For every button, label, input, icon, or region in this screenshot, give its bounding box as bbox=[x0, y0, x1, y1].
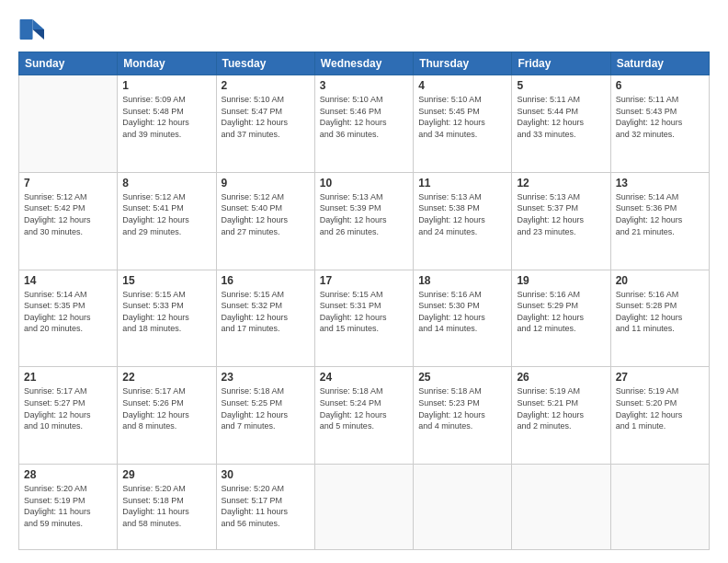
day-info: Sunrise: 5:10 AM Sunset: 5:45 PM Dayligh… bbox=[418, 94, 506, 140]
day-cell bbox=[610, 465, 709, 550]
day-number: 8 bbox=[122, 177, 210, 190]
day-info: Sunrise: 5:18 AM Sunset: 5:24 PM Dayligh… bbox=[320, 385, 408, 431]
header bbox=[18, 17, 710, 42]
day-number: 5 bbox=[517, 79, 605, 92]
day-cell: 3Sunrise: 5:10 AM Sunset: 5:46 PM Daylig… bbox=[314, 75, 413, 173]
day-cell: 19Sunrise: 5:16 AM Sunset: 5:29 PM Dayli… bbox=[512, 270, 610, 367]
header-saturday: Saturday bbox=[610, 52, 709, 75]
day-info: Sunrise: 5:13 AM Sunset: 5:37 PM Dayligh… bbox=[517, 191, 605, 237]
week-row-4: 28Sunrise: 5:20 AM Sunset: 5:19 PM Dayli… bbox=[19, 465, 710, 550]
svg-marker-1 bbox=[33, 29, 44, 40]
day-info: Sunrise: 5:12 AM Sunset: 5:42 PM Dayligh… bbox=[24, 191, 112, 237]
day-number: 15 bbox=[122, 274, 210, 287]
day-number: 14 bbox=[24, 274, 112, 287]
day-cell: 7Sunrise: 5:12 AM Sunset: 5:42 PM Daylig… bbox=[19, 172, 118, 270]
calendar: SundayMondayTuesdayWednesdayThursdayFrid… bbox=[18, 52, 710, 550]
day-number: 12 bbox=[517, 177, 605, 190]
svg-marker-0 bbox=[33, 19, 44, 29]
day-cell: 17Sunrise: 5:15 AM Sunset: 5:31 PM Dayli… bbox=[314, 270, 413, 367]
day-cell: 16Sunrise: 5:15 AM Sunset: 5:32 PM Dayli… bbox=[216, 270, 314, 367]
day-info: Sunrise: 5:10 AM Sunset: 5:46 PM Dayligh… bbox=[320, 94, 408, 140]
day-number: 17 bbox=[320, 274, 408, 287]
day-cell: 21Sunrise: 5:17 AM Sunset: 5:27 PM Dayli… bbox=[19, 367, 118, 465]
day-number: 3 bbox=[320, 79, 408, 92]
day-cell: 1Sunrise: 5:09 AM Sunset: 5:48 PM Daylig… bbox=[118, 75, 216, 173]
day-number: 25 bbox=[418, 371, 506, 384]
day-info: Sunrise: 5:11 AM Sunset: 5:43 PM Dayligh… bbox=[616, 94, 704, 140]
day-number: 11 bbox=[418, 177, 506, 190]
day-cell: 27Sunrise: 5:19 AM Sunset: 5:20 PM Dayli… bbox=[610, 367, 709, 465]
day-info: Sunrise: 5:19 AM Sunset: 5:21 PM Dayligh… bbox=[517, 385, 605, 431]
logo bbox=[18, 17, 48, 42]
header-monday: Monday bbox=[118, 52, 216, 75]
day-number: 13 bbox=[616, 177, 704, 190]
day-number: 6 bbox=[616, 79, 704, 92]
day-number: 19 bbox=[517, 274, 605, 287]
week-row-2: 14Sunrise: 5:14 AM Sunset: 5:35 PM Dayli… bbox=[19, 270, 710, 367]
day-info: Sunrise: 5:11 AM Sunset: 5:44 PM Dayligh… bbox=[517, 94, 605, 140]
day-cell: 30Sunrise: 5:20 AM Sunset: 5:17 PM Dayli… bbox=[216, 465, 314, 550]
day-number: 4 bbox=[418, 79, 506, 92]
header-tuesday: Tuesday bbox=[216, 52, 314, 75]
day-number: 1 bbox=[122, 79, 210, 92]
day-info: Sunrise: 5:14 AM Sunset: 5:35 PM Dayligh… bbox=[24, 289, 112, 335]
day-cell: 8Sunrise: 5:12 AM Sunset: 5:41 PM Daylig… bbox=[118, 172, 216, 270]
day-info: Sunrise: 5:15 AM Sunset: 5:33 PM Dayligh… bbox=[122, 289, 210, 335]
day-number: 24 bbox=[320, 371, 408, 384]
day-number: 9 bbox=[222, 177, 310, 190]
day-info: Sunrise: 5:12 AM Sunset: 5:41 PM Dayligh… bbox=[122, 191, 210, 237]
day-cell: 23Sunrise: 5:18 AM Sunset: 5:25 PM Dayli… bbox=[216, 367, 314, 465]
day-info: Sunrise: 5:18 AM Sunset: 5:25 PM Dayligh… bbox=[222, 385, 310, 431]
day-cell: 15Sunrise: 5:15 AM Sunset: 5:33 PM Dayli… bbox=[118, 270, 216, 367]
day-number: 2 bbox=[222, 79, 310, 92]
day-info: Sunrise: 5:13 AM Sunset: 5:38 PM Dayligh… bbox=[418, 191, 506, 237]
day-cell: 9Sunrise: 5:12 AM Sunset: 5:40 PM Daylig… bbox=[216, 172, 314, 270]
day-cell: 29Sunrise: 5:20 AM Sunset: 5:18 PM Dayli… bbox=[118, 465, 216, 550]
week-row-3: 21Sunrise: 5:17 AM Sunset: 5:27 PM Dayli… bbox=[19, 367, 710, 465]
day-cell: 28Sunrise: 5:20 AM Sunset: 5:19 PM Dayli… bbox=[19, 465, 118, 550]
day-number: 10 bbox=[320, 177, 408, 190]
day-cell: 22Sunrise: 5:17 AM Sunset: 5:26 PM Dayli… bbox=[118, 367, 216, 465]
page: SundayMondayTuesdayWednesdayThursdayFrid… bbox=[0, 0, 728, 563]
day-info: Sunrise: 5:19 AM Sunset: 5:20 PM Dayligh… bbox=[616, 385, 704, 431]
day-info: Sunrise: 5:09 AM Sunset: 5:48 PM Dayligh… bbox=[122, 94, 210, 140]
day-number: 30 bbox=[222, 468, 310, 481]
day-cell bbox=[314, 465, 413, 550]
day-cell: 4Sunrise: 5:10 AM Sunset: 5:45 PM Daylig… bbox=[414, 75, 512, 173]
header-thursday: Thursday bbox=[414, 52, 512, 75]
header-sunday: Sunday bbox=[19, 52, 118, 75]
day-info: Sunrise: 5:14 AM Sunset: 5:36 PM Dayligh… bbox=[616, 191, 704, 237]
day-info: Sunrise: 5:12 AM Sunset: 5:40 PM Dayligh… bbox=[222, 191, 310, 237]
day-number: 26 bbox=[517, 371, 605, 384]
day-cell bbox=[414, 465, 512, 550]
day-info: Sunrise: 5:16 AM Sunset: 5:30 PM Dayligh… bbox=[418, 289, 506, 335]
day-info: Sunrise: 5:13 AM Sunset: 5:39 PM Dayligh… bbox=[320, 191, 408, 237]
day-cell: 11Sunrise: 5:13 AM Sunset: 5:38 PM Dayli… bbox=[414, 172, 512, 270]
header-row: SundayMondayTuesdayWednesdayThursdayFrid… bbox=[19, 52, 710, 75]
day-info: Sunrise: 5:20 AM Sunset: 5:18 PM Dayligh… bbox=[122, 483, 210, 529]
day-cell: 5Sunrise: 5:11 AM Sunset: 5:44 PM Daylig… bbox=[512, 75, 610, 173]
day-number: 29 bbox=[122, 468, 210, 481]
logo-icon bbox=[18, 17, 44, 42]
day-info: Sunrise: 5:20 AM Sunset: 5:17 PM Dayligh… bbox=[222, 483, 310, 529]
day-number: 23 bbox=[222, 371, 310, 384]
day-cell bbox=[512, 465, 610, 550]
day-number: 7 bbox=[24, 177, 112, 190]
day-cell: 10Sunrise: 5:13 AM Sunset: 5:39 PM Dayli… bbox=[314, 172, 413, 270]
day-cell: 14Sunrise: 5:14 AM Sunset: 5:35 PM Dayli… bbox=[19, 270, 118, 367]
day-cell: 12Sunrise: 5:13 AM Sunset: 5:37 PM Dayli… bbox=[512, 172, 610, 270]
week-row-0: 1Sunrise: 5:09 AM Sunset: 5:48 PM Daylig… bbox=[19, 75, 710, 173]
day-info: Sunrise: 5:15 AM Sunset: 5:32 PM Dayligh… bbox=[222, 289, 310, 335]
day-info: Sunrise: 5:20 AM Sunset: 5:19 PM Dayligh… bbox=[24, 483, 112, 529]
day-info: Sunrise: 5:17 AM Sunset: 5:27 PM Dayligh… bbox=[24, 385, 112, 431]
day-number: 21 bbox=[24, 371, 112, 384]
day-cell: 20Sunrise: 5:16 AM Sunset: 5:28 PM Dayli… bbox=[610, 270, 709, 367]
header-friday: Friday bbox=[512, 52, 610, 75]
svg-rect-2 bbox=[20, 19, 33, 40]
day-number: 16 bbox=[222, 274, 310, 287]
day-cell: 13Sunrise: 5:14 AM Sunset: 5:36 PM Dayli… bbox=[610, 172, 709, 270]
day-cell: 24Sunrise: 5:18 AM Sunset: 5:24 PM Dayli… bbox=[314, 367, 413, 465]
day-info: Sunrise: 5:10 AM Sunset: 5:47 PM Dayligh… bbox=[222, 94, 310, 140]
day-info: Sunrise: 5:16 AM Sunset: 5:28 PM Dayligh… bbox=[616, 289, 704, 335]
day-cell: 18Sunrise: 5:16 AM Sunset: 5:30 PM Dayli… bbox=[414, 270, 512, 367]
